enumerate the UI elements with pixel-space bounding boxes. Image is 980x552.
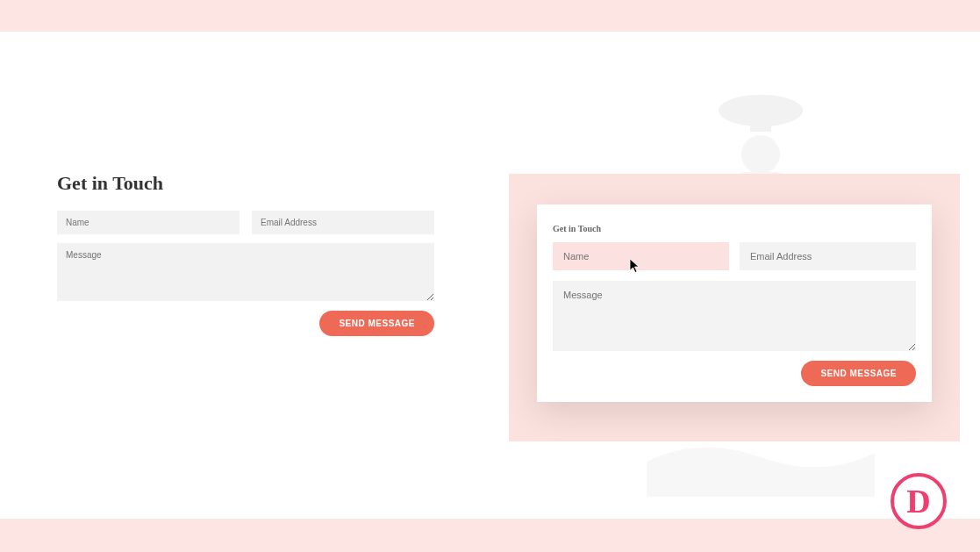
content-area: Get in Touch SEND MESSAGE Get in Touch S… — [0, 32, 980, 519]
button-row: SEND MESSAGE — [57, 311, 434, 336]
form-row-top — [57, 211, 434, 234]
right-contact-form: Get in Touch SEND MESSAGE — [537, 204, 932, 402]
form-heading: Get in Touch — [57, 172, 434, 195]
name-input[interactable] — [57, 211, 240, 234]
svg-rect-1 — [750, 121, 771, 132]
svg-point-2 — [741, 135, 780, 174]
name-input[interactable] — [553, 242, 729, 270]
logo-letter: D — [906, 484, 930, 518]
bottom-bar — [0, 519, 980, 552]
send-message-button[interactable]: SEND MESSAGE — [801, 361, 916, 386]
message-textarea[interactable] — [57, 243, 434, 301]
form-row-top — [553, 242, 916, 270]
button-row: SEND MESSAGE — [553, 361, 916, 386]
left-contact-form: Get in Touch SEND MESSAGE — [18, 146, 474, 362]
divi-logo[interactable]: D — [891, 473, 947, 529]
right-form-container: Get in Touch SEND MESSAGE — [509, 174, 960, 441]
send-message-button[interactable]: SEND MESSAGE — [319, 311, 434, 336]
email-input[interactable] — [252, 211, 434, 234]
top-bar — [0, 0, 980, 32]
message-textarea[interactable] — [553, 281, 916, 351]
form-heading: Get in Touch — [553, 224, 916, 233]
email-input[interactable] — [740, 242, 916, 270]
